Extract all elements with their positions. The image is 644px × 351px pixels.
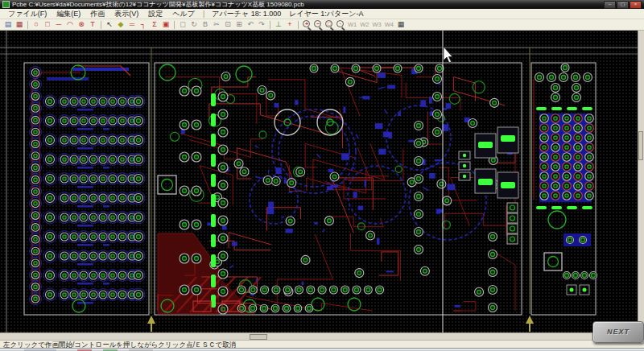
copy-icon[interactable]: ⊡: [223, 20, 233, 30]
horizontal-scrollbar-thumb[interactable]: [250, 334, 267, 340]
taskbar-sliver: [0, 348, 644, 351]
window-title: Pcbe C:¥Users¥da¥Documents¥技術の12¥ココナッツ開発…: [12, 0, 601, 9]
menu-help[interactable]: ヘルプ: [167, 9, 200, 19]
rotate-icon[interactable]: ↻: [189, 20, 200, 30]
zoom-fit-icon[interactable]: ·: [336, 20, 346, 30]
select-tool-icon[interactable]: ↖: [105, 20, 115, 30]
window-controls: –▢×: [604, 1, 642, 9]
width-tool-icon[interactable]: ═: [127, 20, 138, 30]
title-bar: Pcbe C:¥Users¥da¥Documents¥技術の12¥ココナッツ開発…: [0, 0, 644, 9]
delete-tool-icon[interactable]: ▣: [161, 20, 171, 30]
toolbar-separator: [270, 21, 270, 29]
pcb-canvas[interactable]: [0, 31, 638, 332]
toolbar-separator: [298, 21, 299, 29]
next-overlay-button[interactable]: NEXT: [592, 321, 644, 343]
minimize-button[interactable]: –: [604, 1, 616, 9]
menu-file[interactable]: ファイル(F): [3, 9, 52, 19]
app-icon: [2, 1, 10, 8]
view-w1-label[interactable]: W1: [348, 21, 357, 28]
open-icon[interactable]: ▤: [3, 20, 14, 30]
menu-bar: ファイル(F)編集(E)作画表示(V)設定ヘルプ | アパーチャ 18: 1.0…: [0, 9, 644, 19]
origin-icon[interactable]: +: [285, 20, 295, 30]
dimension-icon[interactable]: ⊥: [274, 20, 284, 30]
horizontal-scrollbar[interactable]: [0, 332, 638, 340]
status-bar: 左クリックで作画開始/コントロールを押しながらクリック点/ＥＳＣで取消: [0, 340, 644, 348]
line-tool-icon[interactable]: ─: [54, 20, 64, 30]
rect-tool-icon[interactable]: □: [43, 20, 53, 30]
toolbar-separator: [174, 21, 175, 29]
close-button[interactable]: ×: [630, 1, 642, 9]
layer-status: レイヤー 1:パターン-A: [285, 9, 367, 19]
toolbar-separator: [101, 21, 101, 29]
circle-tool-icon[interactable]: ○: [31, 20, 42, 30]
aperture-status: アパーチャ 18: 1.000: [208, 9, 285, 19]
undo-icon[interactable]: ↶: [246, 20, 256, 30]
menu-draw[interactable]: 作画: [85, 9, 109, 19]
layer-panel-icon[interactable]: ▦: [396, 20, 407, 30]
zoom-in-icon[interactable]: +: [302, 20, 312, 30]
text-tool-icon[interactable]: T: [88, 20, 98, 30]
net-tool-icon[interactable]: Σ: [150, 20, 160, 30]
menu-view[interactable]: 表示(V): [109, 9, 143, 19]
pcb-drawing: [0, 31, 638, 332]
menu-settings[interactable]: 設定: [143, 9, 167, 19]
menu-items: ファイル(F)編集(E)作画表示(V)設定ヘルプ: [3, 9, 200, 19]
cut-icon[interactable]: ✂: [212, 20, 222, 30]
view-w2-label[interactable]: W2: [360, 21, 369, 28]
pcbe-window: Pcbe C:¥Users¥da¥Documents¥技術の12¥ココナッツ開発…: [0, 0, 644, 351]
parts-icon[interactable]: B: [200, 20, 211, 30]
paste-icon[interactable]: ⊞: [234, 20, 245, 30]
menu-edit[interactable]: 編集(E): [52, 9, 85, 19]
vertical-scrollbar-thumb[interactable]: [638, 131, 643, 160]
view-w3-label[interactable]: W3: [373, 21, 382, 28]
vertical-scrollbar[interactable]: [638, 31, 644, 332]
zoom-area-icon[interactable]: □: [324, 20, 335, 30]
zoom-out-icon[interactable]: −: [313, 20, 324, 30]
menu-separator: |: [200, 10, 208, 18]
save-icon[interactable]: ▦: [14, 20, 25, 30]
redo-icon[interactable]: ↷: [257, 20, 267, 30]
toolbar: ▤▦○□─◠⊗T↖◆═┐Σ▣◻↻B✂⊡⊞↶↷⊥++−□·W1W2W3W4▦: [0, 19, 644, 31]
arc-tool-icon[interactable]: ◠: [65, 20, 76, 30]
area-select-icon[interactable]: ◻: [178, 20, 188, 30]
bend-tool-icon[interactable]: ┐: [138, 20, 149, 30]
land-tool-icon[interactable]: ◆: [116, 20, 126, 30]
view-w4-label[interactable]: W4: [385, 21, 394, 28]
pad-tool-icon[interactable]: ⊗: [76, 20, 87, 30]
toolbar-separator: [27, 21, 28, 29]
maximize-button[interactable]: ▢: [617, 1, 629, 9]
status-message: 左クリックで作画開始/コントロールを押しながらクリック点/ＥＳＣで取消: [3, 341, 236, 348]
